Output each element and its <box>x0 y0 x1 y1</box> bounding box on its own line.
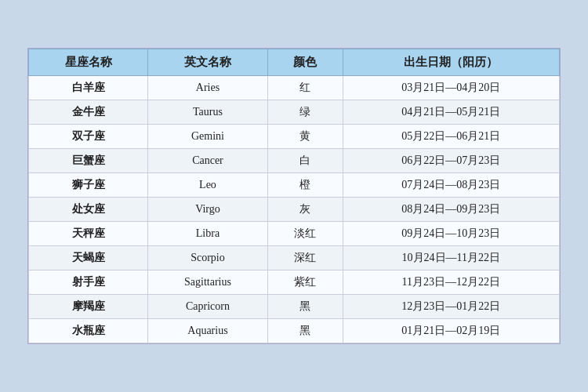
cell-color: 淡红 <box>267 222 343 246</box>
cell-color: 黑 <box>267 319 343 343</box>
cell-color: 深红 <box>267 246 343 270</box>
cell-dates: 10月24日—11月22日 <box>343 246 559 270</box>
table-row: 摩羯座Capricorn黑12月23日—01月22日 <box>29 295 560 319</box>
zodiac-table-container: 星座名称 英文名称 颜色 出生日期（阳历） 白羊座Aries红03月21日—04… <box>27 48 561 344</box>
table-header-row: 星座名称 英文名称 颜色 出生日期（阳历） <box>29 49 560 76</box>
table-row: 射手座Sagittarius紫红11月23日—12月22日 <box>29 270 560 295</box>
cell-dates: 07月24日—08月23日 <box>343 173 559 198</box>
cell-dates: 06月22日—07月23日 <box>343 149 559 173</box>
cell-dates: 04月21日—05月21日 <box>343 100 559 125</box>
table-row: 双子座Gemini黄05月22日—06月21日 <box>29 125 560 149</box>
cell-english-name: Capricorn <box>148 295 267 319</box>
cell-dates: 03月21日—04月20日 <box>343 76 559 100</box>
cell-chinese-name: 处女座 <box>29 198 148 222</box>
cell-chinese-name: 白羊座 <box>29 76 148 100</box>
cell-chinese-name: 摩羯座 <box>29 295 148 319</box>
table-row: 狮子座Leo橙07月24日—08月23日 <box>29 173 560 198</box>
cell-english-name: Libra <box>148 222 267 246</box>
table-row: 巨蟹座Cancer白06月22日—07月23日 <box>29 149 560 173</box>
cell-dates: 05月22日—06月21日 <box>343 125 559 149</box>
cell-dates: 11月23日—12月22日 <box>343 270 559 295</box>
cell-english-name: Cancer <box>148 149 267 173</box>
cell-english-name: Aquarius <box>148 319 267 343</box>
table-row: 白羊座Aries红03月21日—04月20日 <box>29 76 560 100</box>
cell-chinese-name: 射手座 <box>29 270 148 295</box>
cell-dates: 08月24日—09月23日 <box>343 198 559 222</box>
cell-english-name: Sagittarius <box>148 270 267 295</box>
table-body: 白羊座Aries红03月21日—04月20日金牛座Taurus绿04月21日—0… <box>29 76 560 343</box>
cell-chinese-name: 狮子座 <box>29 173 148 198</box>
cell-color: 白 <box>267 149 343 173</box>
header-english-name: 英文名称 <box>148 49 267 76</box>
cell-english-name: Scorpio <box>148 246 267 270</box>
table-row: 天秤座Libra淡红09月24日—10月23日 <box>29 222 560 246</box>
cell-chinese-name: 天蝎座 <box>29 246 148 270</box>
cell-color: 红 <box>267 76 343 100</box>
cell-chinese-name: 水瓶座 <box>29 319 148 343</box>
cell-english-name: Virgo <box>148 198 267 222</box>
cell-chinese-name: 天秤座 <box>29 222 148 246</box>
cell-chinese-name: 双子座 <box>29 125 148 149</box>
cell-dates: 01月21日—02月19日 <box>343 319 559 343</box>
cell-dates: 12月23日—01月22日 <box>343 295 559 319</box>
zodiac-table: 星座名称 英文名称 颜色 出生日期（阳历） 白羊座Aries红03月21日—04… <box>28 49 560 343</box>
cell-color: 黄 <box>267 125 343 149</box>
cell-english-name: Leo <box>148 173 267 198</box>
cell-color: 黑 <box>267 295 343 319</box>
cell-color: 灰 <box>267 198 343 222</box>
header-chinese-name: 星座名称 <box>29 49 148 76</box>
cell-english-name: Taurus <box>148 100 267 125</box>
cell-color: 紫红 <box>267 270 343 295</box>
table-row: 水瓶座Aquarius黑01月21日—02月19日 <box>29 319 560 343</box>
table-row: 处女座Virgo灰08月24日—09月23日 <box>29 198 560 222</box>
cell-color: 绿 <box>267 100 343 125</box>
cell-english-name: Aries <box>148 76 267 100</box>
cell-chinese-name: 金牛座 <box>29 100 148 125</box>
header-dates: 出生日期（阳历） <box>343 49 559 76</box>
cell-english-name: Gemini <box>148 125 267 149</box>
cell-chinese-name: 巨蟹座 <box>29 149 148 173</box>
table-row: 金牛座Taurus绿04月21日—05月21日 <box>29 100 560 125</box>
cell-color: 橙 <box>267 173 343 198</box>
header-color: 颜色 <box>267 49 343 76</box>
table-row: 天蝎座Scorpio深红10月24日—11月22日 <box>29 246 560 270</box>
cell-dates: 09月24日—10月23日 <box>343 222 559 246</box>
